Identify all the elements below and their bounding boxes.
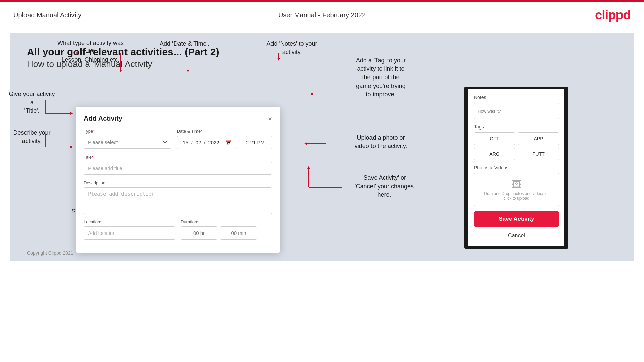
type-select-wrapper: Please select <box>84 136 171 149</box>
time-input[interactable] <box>239 136 272 149</box>
datetime-inputs: / / 📅 <box>177 136 272 149</box>
phone-screen: Notes Tags OTTAPPARGPUTT Photos & Videos… <box>464 87 568 249</box>
date-month-input[interactable] <box>194 140 203 145</box>
tag-ott[interactable]: OTT <box>474 132 515 145</box>
annotation-tag: Add a 'Tag' to your activity to link it … <box>342 56 419 99</box>
datetime-group: Date & Time* / / 📅 <box>177 128 272 149</box>
main-content: All your golf-relevant activities... (Pa… <box>10 33 634 261</box>
duration-inputs <box>181 226 272 240</box>
title-group: Title* <box>84 155 272 175</box>
add-activity-dialog: Add Activity × Type* Please select Date … <box>76 107 280 253</box>
datetime-label: Date & Time* <box>177 128 272 134</box>
svg-marker-9 <box>70 112 73 115</box>
location-input[interactable] <box>84 226 175 240</box>
cancel-button[interactable]: Cancel <box>474 230 559 241</box>
image-icon: 🖼 <box>512 179 521 190</box>
annotation-upload: Upload a photo or video to the activity. <box>342 134 419 150</box>
svg-marker-24 <box>304 142 307 145</box>
close-button[interactable]: × <box>268 115 272 122</box>
tag-putt[interactable]: PUTT <box>518 148 559 160</box>
dialog-header: Add Activity × <box>84 115 272 122</box>
svg-marker-27 <box>307 166 310 169</box>
type-select[interactable]: Please select <box>84 136 171 149</box>
save-activity-button[interactable]: Save Activity <box>474 211 559 227</box>
photo-upload-area[interactable]: 🖼 Drag and Drop photos and videos or cli… <box>474 173 559 206</box>
description-label: Description <box>84 180 272 185</box>
phone-panel: Notes Tags OTTAPPARGPUTT Photos & Videos… <box>464 87 568 249</box>
type-datetime-row: Type* Please select Date & Time* / / <box>84 128 272 149</box>
footer-copyright: Copyright Clippd 2021 <box>27 250 73 256</box>
notes-section-label: Notes <box>474 95 559 100</box>
header-left-title: Upload Manual Activity <box>13 11 81 19</box>
notes-input[interactable] <box>474 103 559 119</box>
annotation-activity-type: What type of activity was it? Lesson, Ch… <box>54 39 128 64</box>
location-duration-row: Location* Duration* <box>84 219 272 240</box>
date-year-input[interactable] <box>207 140 221 145</box>
annotation-notes: Add 'Notes' to your activity. <box>255 40 329 56</box>
dialog-title: Add Activity <box>84 115 122 122</box>
svg-marker-6 <box>187 70 189 72</box>
date-input-group: / / 📅 <box>177 136 236 149</box>
duration-label: Duration* <box>181 219 272 224</box>
tag-app[interactable]: APP <box>518 132 559 145</box>
description-input[interactable] <box>84 187 272 214</box>
location-group: Location* <box>84 219 175 240</box>
calendar-icon[interactable]: 📅 <box>225 139 232 146</box>
svg-marker-12 <box>70 146 73 148</box>
header-center-title: User Manual - February 2022 <box>278 11 366 19</box>
title-label: Title* <box>84 155 272 160</box>
tags-grid: OTTAPPARGPUTT <box>474 132 559 160</box>
description-group: Description <box>84 180 272 214</box>
svg-marker-1 <box>119 70 122 72</box>
tag-arg[interactable]: ARG <box>474 148 515 160</box>
tags-section-label: Tags <box>474 124 559 130</box>
annotation-title: Give your activity a 'Title'. <box>7 90 57 115</box>
type-label: Type* <box>84 128 171 134</box>
svg-marker-22 <box>311 93 313 96</box>
logo: clippd <box>595 8 631 22</box>
duration-min-input[interactable] <box>220 226 257 240</box>
date-day-input[interactable] <box>181 140 190 145</box>
title-input[interactable] <box>84 162 272 175</box>
location-label: Location* <box>84 219 175 224</box>
duration-group: Duration* <box>181 219 272 240</box>
header: Upload Manual Activity User Manual - Feb… <box>0 2 644 26</box>
photos-section-label: Photos & Videos <box>474 165 559 170</box>
type-group: Type* Please select <box>84 128 171 149</box>
annotation-description: Describe your activity. <box>7 128 57 145</box>
annotation-save-cancel: 'Save Activity' or 'Cancel' your changes… <box>342 174 426 199</box>
header-divider <box>13 26 631 26</box>
duration-hr-input[interactable] <box>181 226 217 240</box>
annotation-datetime: Add 'Date & Time'. <box>154 40 215 48</box>
